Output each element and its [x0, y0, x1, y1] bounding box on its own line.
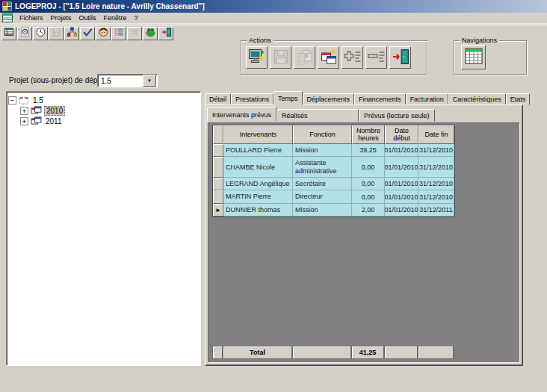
toolbar-button-exit-door[interactable]	[158, 27, 173, 40]
cell-date-fin[interactable]: 31/12/2010	[418, 144, 454, 157]
cell-intervenant[interactable]: MARTIN Pierre	[223, 190, 293, 203]
tab-caracteristiques[interactable]: Caractéristiques	[448, 93, 506, 105]
tree-node-label[interactable]: 2011	[44, 117, 64, 125]
nav-table-icon	[464, 46, 483, 68]
window-add-icon	[320, 49, 338, 67]
cell-date-debut[interactable]: 01/01/2010	[385, 144, 418, 157]
row-selector[interactable]: ►	[213, 204, 223, 217]
cell-fonction[interactable]: Secrétaire	[293, 178, 352, 190]
logeproj-window: LOGEPROJ - ["1.5 Loire nature - Avrilly …	[0, 0, 547, 392]
toolbar-button-person[interactable]	[96, 27, 111, 40]
column-header-date-debut: Date début	[385, 125, 418, 144]
grid-header-row: IntervenantsFonctionNombre heuresDate dé…	[213, 125, 454, 144]
actions-buttons	[246, 46, 411, 69]
cell-fonction[interactable]: Directeur	[293, 190, 352, 203]
tree-node-label[interactable]: 2010	[44, 106, 65, 116]
subtab-intervenants-prevus[interactable]: Intervenants prévus	[207, 107, 276, 122]
toolbar-button-preview[interactable]	[17, 27, 32, 40]
cell-date-fin[interactable]: 31/12/2010	[418, 190, 454, 203]
tab-facturation[interactable]: Facturation	[406, 93, 448, 105]
toolbar-button-grid-table[interactable]	[1, 27, 16, 40]
row-selector[interactable]	[213, 178, 223, 190]
total-date-fin-cell	[418, 346, 454, 359]
toolbar-button-frog[interactable]	[143, 27, 158, 40]
table-row: CHAMBE NicoleAssistante administrative0,…	[213, 157, 454, 178]
tree-node-root[interactable]: − 1.5	[8, 96, 199, 105]
cell-heures[interactable]: 0,00	[352, 190, 385, 203]
menu-[interactable]: ?	[131, 13, 142, 22]
action-button-row-add[interactable]	[342, 46, 363, 69]
collapse-icon[interactable]: −	[8, 96, 16, 105]
cell-date-fin[interactable]: 31/12/2011	[418, 204, 454, 217]
cell-fonction[interactable]: Assistante administrative	[293, 157, 352, 178]
table-row: ►DUNNIER thomasMission2,0001/01/201031/1…	[213, 204, 454, 217]
cell-heures[interactable]: 2,00	[352, 204, 385, 217]
cell-heures[interactable]: 0,00	[352, 178, 385, 190]
toolbar-button-check[interactable]	[80, 27, 95, 40]
org-chart-icon	[67, 27, 78, 40]
table-row: POULLARD PierreMission39,2501/01/201031/…	[213, 144, 454, 157]
windows-icon	[31, 116, 42, 126]
subtab-realises[interactable]: Réalisés	[276, 109, 359, 122]
header-selector-cell	[213, 125, 223, 144]
door-exit-icon	[392, 49, 410, 67]
action-button-door-exit[interactable]	[389, 46, 411, 69]
cell-date-debut[interactable]: 01/01/2010	[385, 204, 418, 217]
action-button-screen-new[interactable]	[246, 46, 268, 69]
menu-fichiers[interactable]: Fichiers	[16, 13, 47, 22]
column-header-fonction: Fonction	[293, 125, 352, 144]
tree-root-label[interactable]: 1.5	[31, 96, 45, 105]
mdi-child-icon[interactable]	[2, 13, 13, 22]
tree-node-2011[interactable]: +2011	[20, 116, 199, 126]
tab-financements[interactable]: Financements	[354, 93, 406, 105]
cell-heures[interactable]: 39,25	[352, 144, 385, 157]
tab-temps[interactable]: Temps	[274, 91, 303, 105]
chevron-down-icon[interactable]: ▼	[143, 75, 156, 87]
cell-date-fin[interactable]: 31/12/2010	[418, 178, 454, 190]
refresh-icon	[129, 27, 140, 40]
cell-intervenant[interactable]: DUNNIER thomas	[223, 204, 293, 217]
action-button-save	[270, 46, 291, 69]
title-bar[interactable]: LOGEPROJ - ["1.5 Loire nature - Avrilly …	[0, 0, 547, 13]
tab-prestations[interactable]: Prestations	[231, 93, 274, 105]
menu-fenetre[interactable]: Fenêtre	[100, 13, 131, 22]
cell-heures[interactable]: 0,00	[352, 157, 385, 178]
tree-node-2010[interactable]: +2010	[20, 106, 199, 116]
cell-fonction[interactable]: Mission	[293, 144, 352, 157]
cell-date-debut[interactable]: 01/01/2010	[385, 178, 418, 190]
action-button-window-add[interactable]	[318, 46, 339, 69]
total-date-debut-cell	[384, 346, 418, 359]
cell-date-debut[interactable]: 01/01/2010	[385, 157, 418, 178]
cell-fonction[interactable]: Mission	[293, 204, 352, 217]
tab-detail[interactable]: Détail	[205, 93, 231, 105]
navigation-button-nav-table[interactable]	[461, 45, 486, 69]
subtab-prevus-lecture-seule[interactable]: Prévus (lecture seule)	[359, 109, 435, 122]
expand-icon[interactable]: +	[20, 107, 28, 115]
dashed-folder-icon	[19, 96, 29, 105]
grid-table-icon	[4, 27, 15, 40]
cell-date-fin[interactable]: 31/12/2010	[418, 157, 454, 178]
tab-etats[interactable]: Etats	[506, 93, 531, 105]
toolbar-button-list-arrow[interactable]	[111, 27, 126, 40]
menu-outils[interactable]: Outils	[75, 13, 100, 22]
cell-intervenant[interactable]: POULLARD Pierre	[223, 144, 293, 157]
action-button-row-remove[interactable]	[365, 46, 387, 69]
row-selector[interactable]	[213, 144, 223, 157]
toolbar-button-clock[interactable]	[33, 27, 48, 40]
clock-icon	[35, 27, 46, 40]
cell-intervenant[interactable]: CHAMBE Nicole	[223, 157, 293, 178]
list-arrow-icon	[114, 27, 125, 40]
expand-icon[interactable]: +	[20, 117, 28, 125]
sub-tabs: Intervenants prévusRéalisésPrévus (lectu…	[207, 107, 435, 122]
menu-projets[interactable]: Projets	[47, 13, 75, 22]
project-combobox[interactable]: 1.5 ▼	[97, 74, 158, 87]
total-fonction-cell	[292, 346, 351, 359]
row-selector[interactable]	[213, 190, 223, 203]
menu-items: FichiersProjetsOutilsFenêtre?	[16, 13, 142, 22]
cell-intervenant[interactable]: LEGRAND Angélique	[223, 178, 293, 190]
cell-date-debut[interactable]: 01/01/2010	[385, 190, 418, 203]
project-tree[interactable]: − 1.5 +2010+2011	[6, 91, 201, 366]
toolbar-button-org-chart[interactable]	[64, 27, 79, 40]
tab-deplacements[interactable]: Déplacements	[303, 93, 355, 105]
row-selector[interactable]	[213, 157, 223, 178]
